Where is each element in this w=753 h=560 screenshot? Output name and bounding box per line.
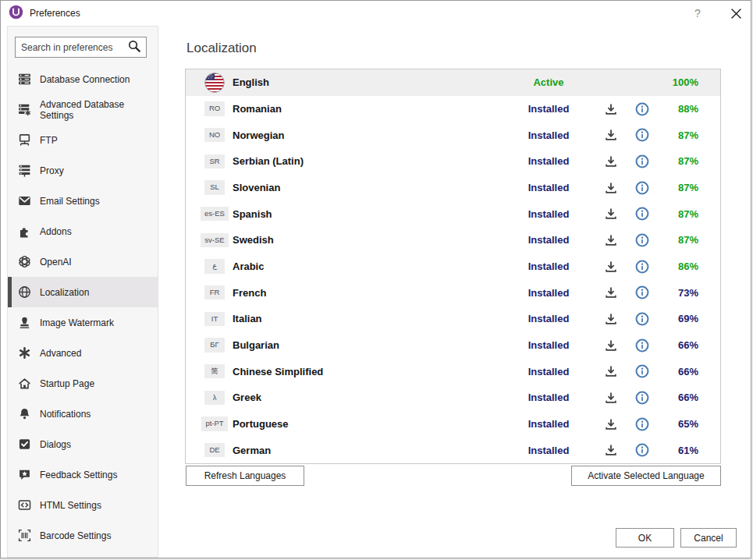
language-row-french[interactable]: FR French Installed 73% <box>186 279 720 306</box>
sidebar-item-label: Barcode Settings <box>40 530 111 541</box>
sidebar-item-feedback-settings[interactable]: Feedback Settings <box>8 459 158 490</box>
download-button[interactable] <box>604 312 618 326</box>
info-button[interactable] <box>635 102 649 116</box>
sidebar-item-openai[interactable]: OpenAI <box>8 246 158 277</box>
language-row-serbian-latin[interactable]: SR Serbian (Latin) Installed 87% <box>186 148 720 175</box>
sidebar-item-startup-page[interactable]: Startup Page <box>8 368 158 399</box>
language-row-slovenian[interactable]: SL Slovenian Installed 87% <box>186 175 720 201</box>
download-button[interactable] <box>604 233 618 247</box>
language-progress: 66% <box>678 339 698 351</box>
sidebar-item-email-settings[interactable]: Email Settings <box>8 186 158 216</box>
language-name: Spanish <box>233 208 502 220</box>
dialog-check-icon <box>18 438 31 451</box>
language-row-german[interactable]: DE German Installed 61% <box>186 437 720 463</box>
download-button[interactable] <box>604 364 618 378</box>
sidebar-item-barcode-settings[interactable]: Barcode Settings <box>8 520 158 551</box>
language-status: Installed <box>502 182 595 193</box>
info-button[interactable] <box>635 128 649 142</box>
sidebar-item-database-connection[interactable]: Database Connection <box>8 64 158 94</box>
ok-button[interactable]: OK <box>616 528 674 548</box>
language-name: Slovenian <box>233 182 502 193</box>
sidebar-item-label: Feedback Settings <box>40 470 117 480</box>
info-button[interactable] <box>635 260 649 274</box>
html-code-icon <box>18 498 31 512</box>
language-row-swedish[interactable]: sv-SE Swedish Installed 87% <box>186 227 720 253</box>
info-button[interactable] <box>635 233 649 247</box>
download-button[interactable] <box>604 207 618 221</box>
download-button[interactable] <box>604 285 618 299</box>
sidebar-item-notifications[interactable]: Notifications <box>8 399 158 429</box>
download-button[interactable] <box>604 102 618 116</box>
info-button[interactable] <box>635 154 649 168</box>
language-name: Bulgarian <box>233 339 502 351</box>
feedback-star-icon <box>18 468 31 481</box>
barcode-icon <box>18 529 31 542</box>
activate-selected-language-button[interactable]: Activate Selected Language <box>571 466 721 486</box>
info-button[interactable] <box>635 285 649 299</box>
download-button[interactable] <box>604 338 618 353</box>
home-icon <box>18 377 31 390</box>
info-icon <box>635 443 649 457</box>
language-row-bulgarian[interactable]: БГ Bulgarian Installed 66% <box>186 332 720 359</box>
sidebar-item-label: Email Settings <box>40 196 100 207</box>
language-name: Serbian (Latin) <box>233 155 502 167</box>
sidebar-item-advanced-database-settings[interactable]: Advanced Database Settings <box>8 94 158 125</box>
language-row-arabic[interactable]: ع Arabic Installed 86% <box>186 253 720 280</box>
info-button[interactable] <box>635 417 649 431</box>
database-settings-icon <box>18 103 31 116</box>
info-button[interactable] <box>635 391 649 405</box>
language-name: Portuguese <box>233 418 502 430</box>
language-row-norwegian[interactable]: NO Norwegian Installed 87% <box>186 122 720 148</box>
help-button[interactable]: ? <box>686 1 709 26</box>
sidebar-item-proxy[interactable]: Proxy <box>8 155 158 186</box>
language-row-italian[interactable]: IT Italian Installed 69% <box>186 306 720 332</box>
language-row-spanish[interactable]: es-ES Spanish Installed 87% <box>186 200 720 227</box>
search-input[interactable] <box>21 42 127 53</box>
download-button[interactable] <box>604 181 618 195</box>
language-row-chinese-simplified[interactable]: 简 Chinese Simplified Installed 66% <box>186 358 720 385</box>
sidebar-item-localization[interactable]: Localization <box>8 277 158 307</box>
sidebar-item-dialogs[interactable]: Dialogs <box>8 429 158 459</box>
language-status: Installed <box>502 366 595 377</box>
language-row-portuguese[interactable]: pt-PT Portuguese Installed 65% <box>186 411 720 438</box>
sidebar-item-label: Addons <box>40 226 72 237</box>
sidebar-item-advanced[interactable]: Advanced <box>8 338 158 368</box>
language-code-badge: es-ES <box>201 207 229 221</box>
stamp-icon <box>18 316 31 329</box>
language-row-romanian[interactable]: RO Romanian Installed 88% <box>186 96 720 122</box>
info-button[interactable] <box>635 312 649 326</box>
info-button[interactable] <box>635 207 649 221</box>
language-row-english[interactable]: English Active 100% <box>186 69 720 96</box>
sidebar-item-image-watermark[interactable]: Image Watermark <box>8 307 158 338</box>
info-button[interactable] <box>635 181 649 195</box>
language-name: French <box>233 287 502 299</box>
info-icon <box>635 102 649 116</box>
language-code-badge: БГ <box>204 338 225 352</box>
language-progress: 66% <box>678 392 698 403</box>
dialog-check-icon <box>18 438 31 451</box>
database-icon <box>18 73 31 86</box>
close-button[interactable] <box>720 1 751 26</box>
sidebar-item-html-settings[interactable]: HTML Settings <box>8 490 158 520</box>
info-button[interactable] <box>635 364 649 378</box>
barcode-icon <box>18 529 31 542</box>
sidebar-item-addons[interactable]: Addons <box>8 216 158 246</box>
cancel-button[interactable]: Cancel <box>680 528 737 548</box>
sidebar-item-ftp[interactable]: FTP <box>8 125 158 155</box>
download-button[interactable] <box>604 128 618 142</box>
info-icon <box>635 312 649 326</box>
language-row-greek[interactable]: λ Greek Installed 66% <box>186 385 720 411</box>
download-button[interactable] <box>604 417 618 431</box>
info-button[interactable] <box>635 443 649 457</box>
download-icon <box>604 181 618 195</box>
refresh-languages-button[interactable]: Refresh Languages <box>186 466 304 486</box>
download-button[interactable] <box>604 391 618 405</box>
language-status: Installed <box>502 313 595 324</box>
download-button[interactable] <box>604 260 618 274</box>
language-progress: 88% <box>678 103 698 115</box>
language-code-badge: FR <box>204 285 225 299</box>
download-button[interactable] <box>604 154 618 168</box>
download-button[interactable] <box>604 443 618 457</box>
info-button[interactable] <box>635 338 649 353</box>
language-code-badge: SR <box>204 154 225 168</box>
